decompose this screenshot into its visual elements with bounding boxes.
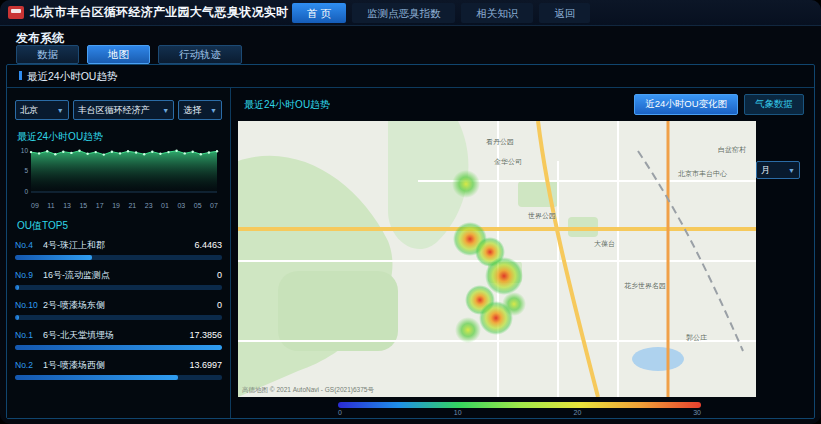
x-tick: 01	[161, 202, 169, 209]
x-tick: 11	[47, 202, 54, 209]
map-section: 最近24小时OU趋势 近24小时OU变化图 气象数据	[232, 88, 814, 418]
site-select[interactable]: 选择 ▼	[178, 100, 222, 120]
top5-bar-fill	[15, 255, 92, 260]
ou-trend-chart-x-labels: 091113151719212301030507	[15, 202, 222, 209]
top5-name: 2号-喷漆场东侧	[43, 299, 213, 312]
top5-rank: No.2	[15, 360, 43, 370]
top5-rank: No.10	[15, 300, 43, 310]
map-label: 金华公司	[494, 157, 522, 167]
tab-map[interactable]: 地图	[87, 45, 150, 64]
filter-bar: 北京 ▼ 丰台区循环经济产 ▼ 选择 ▼	[15, 100, 222, 120]
site-select-value: 选择	[183, 104, 201, 117]
nav-item-home[interactable]: 首 页	[292, 3, 346, 23]
ou-change-chart-button[interactable]: 近24小时OU变化图	[634, 94, 738, 115]
panel-title: 最近24小时OU趋势	[19, 70, 117, 84]
period-select-value: 月	[761, 164, 770, 177]
sub-tabs: 数据地图行动轨迹	[16, 45, 242, 64]
svg-text:10: 10	[21, 147, 29, 154]
legend-tick: 10	[454, 409, 462, 416]
nav-item-back[interactable]: 返回	[539, 3, 590, 23]
top5-bar-fill	[15, 285, 19, 290]
map-label: 花乡世界名园	[624, 281, 666, 291]
map-label: 白盆窑村	[718, 145, 746, 155]
x-tick: 23	[145, 202, 153, 209]
map-label: 郭公庄	[686, 333, 707, 343]
x-tick: 13	[63, 202, 71, 209]
x-tick: 21	[128, 202, 136, 209]
map-section-buttons: 近24小时OU变化图 气象数据	[634, 94, 804, 115]
top5-bar-track	[15, 345, 222, 350]
nav-item-station-odor-index[interactable]: 监测点恶臭指数	[352, 3, 456, 23]
map-label: 世界公园	[528, 211, 556, 221]
top5-bar-track	[15, 375, 222, 380]
x-tick: 05	[194, 202, 202, 209]
top5-value: 17.3856	[189, 330, 222, 340]
top5-value: 13.6997	[189, 360, 222, 370]
park-select[interactable]: 丰台区循环经济产 ▼	[73, 100, 174, 120]
top5-title: OU值TOP5	[17, 219, 222, 233]
ou-trend-chart: 1050	[15, 146, 222, 202]
x-tick: 09	[31, 202, 39, 209]
x-tick: 07	[210, 202, 218, 209]
city-select[interactable]: 北京 ▼	[15, 100, 69, 120]
top5-value: 0	[217, 270, 222, 280]
app-title: 北京市丰台区循环经济产业园大气恶臭状况实时	[30, 4, 288, 21]
x-tick: 03	[177, 202, 185, 209]
top5-bar-track	[15, 255, 222, 260]
map-label: 北京市丰台中心	[678, 169, 727, 179]
chevron-down-icon: ▼	[162, 107, 169, 114]
chevron-down-icon: ▼	[57, 107, 64, 114]
top5-bar-fill	[15, 345, 222, 350]
top5-name: 6号-北天堂填埋场	[43, 329, 185, 342]
weather-data-button[interactable]: 气象数据	[744, 94, 804, 115]
tab-track[interactable]: 行动轨迹	[158, 45, 242, 64]
main-panel: 最近24小时OU趋势 北京 ▼ 丰台区循环经济产 ▼ 选择 ▼ 最近24小时OU…	[6, 64, 815, 419]
chevron-down-icon: ▼	[788, 167, 795, 174]
heat-legend: 0102030	[338, 402, 701, 416]
top5-bar-track	[15, 315, 222, 320]
x-tick: 15	[79, 202, 87, 209]
map-attribution: 高德地图 © 2021 AutoNavi - GS(2021)6375号	[242, 386, 374, 395]
x-tick: 17	[96, 202, 104, 209]
top5-row: No.21号-喷漆场西侧13.6997	[15, 359, 222, 380]
top5-row: No.16号-北天堂填埋场17.3856	[15, 329, 222, 350]
city-select-value: 北京	[20, 104, 38, 117]
top5-rank: No.1	[15, 330, 43, 340]
tab-data[interactable]: 数据	[16, 45, 79, 64]
map-section-title: 最近24小时OU趋势	[244, 98, 330, 112]
app-logo-icon	[8, 6, 24, 19]
ou-trend-chart-svg: 1050	[15, 146, 221, 198]
panel-header: 最近24小时OU趋势	[7, 65, 814, 88]
main-nav: 首 页监测点恶臭指数相关知识返回	[292, 3, 590, 23]
top5-bar-track	[15, 285, 222, 290]
x-tick: 19	[112, 202, 120, 209]
legend-ticks: 0102030	[338, 409, 701, 416]
top5-bar-fill	[15, 315, 19, 320]
map[interactable]: 高德地图 © 2021 AutoNavi - GS(2021)6375号 看丹公…	[238, 121, 756, 397]
nav-item-knowledge[interactable]: 相关知识	[461, 3, 533, 23]
period-select[interactable]: 月 ▼	[756, 161, 800, 179]
top5-value: 6.4463	[194, 240, 222, 250]
legend-tick: 20	[573, 409, 581, 416]
map-label: 看丹公园	[486, 137, 514, 147]
legend-tick: 30	[693, 409, 701, 416]
top5-value: 0	[217, 300, 222, 310]
map-label: 大葆台	[594, 239, 615, 249]
top5-row: No.102号-喷漆场东侧0	[15, 299, 222, 320]
legend-bar	[338, 402, 701, 408]
svg-text:5: 5	[24, 167, 28, 174]
top5-rank: No.9	[15, 270, 43, 280]
top5-row: No.44号-珠江上和郡6.4463	[15, 239, 222, 260]
legend-tick: 0	[338, 409, 342, 416]
top5-rank: No.4	[15, 240, 43, 250]
top5-row: No.916号-流动监测点0	[15, 269, 222, 290]
top5-name: 4号-珠江上和郡	[43, 239, 190, 252]
top-header: 北京市丰台区循环经济产业园大气恶臭状况实时 首 页监测点恶臭指数相关知识返回	[0, 0, 821, 26]
left-sidebar: 北京 ▼ 丰台区循环经济产 ▼ 选择 ▼ 最近24小时OU趋势 1050 091…	[7, 88, 231, 418]
top5-name: 16号-流动监测点	[43, 269, 213, 282]
top5-bar-fill	[15, 375, 178, 380]
top5-list: No.44号-珠江上和郡6.4463No.916号-流动监测点0No.102号-…	[15, 239, 222, 380]
svg-text:0: 0	[24, 188, 28, 195]
chevron-down-icon: ▼	[210, 107, 217, 114]
park-select-value: 丰台区循环经济产	[78, 104, 150, 117]
